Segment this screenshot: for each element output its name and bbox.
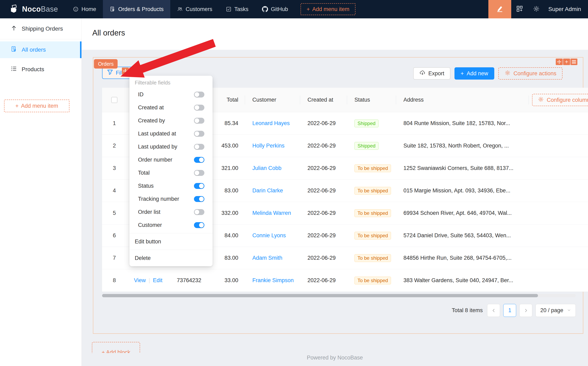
field-toggle-switch[interactable] [194, 105, 204, 111]
filterable-field-menu-item[interactable]: Order number [129, 153, 213, 166]
status-cell: To be shipped [347, 247, 396, 269]
menu-item-edit-button[interactable]: Edit button [129, 235, 213, 248]
user-menu[interactable]: Super Admin [548, 6, 581, 12]
nav-item-github[interactable]: GitHub [255, 0, 295, 18]
field-label: Created by [138, 117, 165, 124]
filterable-field-menu-item[interactable]: Status [129, 179, 213, 192]
menu-item-delete[interactable]: Delete [129, 252, 213, 265]
row-index-cell: 6 [102, 224, 127, 247]
edit-link[interactable]: Edit [153, 277, 162, 283]
row-index-cell: 2 [102, 135, 127, 157]
scrollbar-thumb[interactable] [102, 294, 538, 297]
nav-item-tasks[interactable]: Tasks [219, 0, 255, 18]
smile-icon [73, 6, 79, 12]
field-toggle-switch[interactable] [194, 209, 204, 215]
created-at-cell: 2022-06-29 [300, 135, 347, 157]
configure-cell [529, 202, 588, 224]
field-label: Status [138, 183, 154, 189]
sidebar-item-products[interactable]: Products [0, 61, 81, 78]
row-index-cell: 1 [102, 112, 127, 134]
created-at-header-cell: Created at [300, 88, 347, 112]
prev-page-button[interactable] [487, 304, 500, 317]
top-navbar: NocoBase Home Orders & Products Customer… [0, 0, 588, 18]
navbar-add-menu-item-button[interactable]: + Add menu item [301, 3, 356, 15]
field-toggle-switch[interactable] [194, 131, 204, 137]
github-icon [262, 6, 268, 12]
status-cell: To be shipped [347, 157, 396, 179]
field-toggle-switch[interactable] [194, 183, 204, 189]
status-badge: To be shipped [355, 187, 391, 195]
horizontal-scrollbar [102, 294, 576, 297]
row-index-cell: 8 [102, 269, 127, 291]
export-button[interactable]: Export [413, 67, 450, 80]
configure-actions-label: Configure actions [513, 70, 556, 77]
menu-icon [131, 69, 135, 73]
field-toggle-switch[interactable] [194, 92, 204, 98]
field-toggle-switch[interactable] [194, 196, 204, 202]
status-badge: To be shipped [355, 209, 391, 217]
sidebar-item-all-orders[interactable]: All orders [0, 41, 81, 58]
status-cell: To be shipped [347, 224, 396, 247]
nav-item-customers[interactable]: Customers [170, 0, 219, 18]
field-toggle-switch[interactable] [194, 118, 204, 124]
schema-initializer-menu-icon[interactable] [129, 68, 136, 75]
nav-item-home[interactable]: Home [66, 0, 103, 18]
field-toggle-switch[interactable] [194, 144, 204, 150]
field-label: Tracking number [138, 196, 179, 202]
configure-actions-button[interactable]: Configure actions [498, 67, 563, 80]
field-toggle-switch[interactable] [194, 170, 204, 176]
customer-link[interactable]: Darin Clarke [252, 188, 283, 194]
customer-link[interactable]: Melinda Warren [252, 210, 291, 216]
filterable-field-menu-item[interactable]: Created at [129, 101, 213, 114]
add-block-button[interactable]: + Add block [92, 342, 140, 353]
row-index-cell: 7 [102, 247, 127, 269]
customer-link[interactable]: Adam Smith [252, 255, 282, 261]
ui-editor-toggle-button[interactable] [488, 0, 511, 18]
filterable-field-menu-item[interactable]: Total [129, 166, 213, 179]
app-root: NocoBase Home Orders & Products Customer… [0, 0, 588, 366]
filterable-field-menu-item[interactable]: Created by [129, 114, 213, 127]
add-menu-item-label: Add menu item [312, 6, 349, 12]
list-icon [11, 66, 17, 73]
next-page-button[interactable] [519, 304, 532, 317]
add-new-button[interactable]: + Add new [455, 67, 494, 80]
page-size-select[interactable]: 20 / page [535, 304, 576, 317]
plus-icon: + [307, 6, 310, 12]
configure-cell [529, 224, 588, 247]
settings-button[interactable] [528, 5, 545, 13]
filterable-field-menu-item[interactable]: Last updated by [129, 140, 213, 153]
configure-columns-button[interactable]: Configure columns [532, 94, 588, 106]
page-1-button[interactable]: 1 [503, 304, 516, 317]
block-add-icon[interactable] [563, 59, 570, 65]
filterable-field-menu-item[interactable]: Tracking number [129, 192, 213, 206]
plugins-button[interactable] [511, 5, 528, 13]
nav-item-orders-products[interactable]: Orders & Products [103, 0, 170, 18]
status-cell: Shipped [347, 135, 396, 157]
customer-link[interactable]: Julian Cobb [252, 165, 282, 171]
view-link[interactable]: View [134, 277, 146, 283]
field-toggle-switch[interactable] [194, 222, 204, 228]
select-all-checkbox[interactable] [111, 97, 117, 103]
gear-icon [538, 96, 544, 104]
field-label: Last updated by [138, 144, 177, 150]
sidebar-item-shipping-orders[interactable]: Shipping Orders [0, 20, 81, 37]
field-label: Customer [138, 222, 162, 228]
block-drag-handle-icon[interactable] [556, 59, 563, 65]
drag-handle-icon[interactable] [122, 68, 129, 75]
filterable-field-menu-item[interactable]: Last updated at [129, 127, 213, 140]
customer-link[interactable]: Connie Lyons [252, 232, 286, 239]
configure-columns-label: Configure columns [547, 97, 588, 103]
nocobase-logo[interactable]: NocoBase [0, 4, 66, 14]
field-toggle-switch[interactable] [194, 157, 204, 163]
customer-link[interactable]: Frankie Simpson [252, 277, 294, 284]
filterable-field-menu-item[interactable]: Order list [129, 206, 213, 219]
sidebar-add-menu-item-button[interactable]: + Add menu item [4, 99, 70, 112]
sidebar-item-label: Shipping Orders [22, 25, 63, 32]
block-settings-menu-icon[interactable] [570, 59, 577, 65]
filterable-field-menu-item[interactable]: ID [129, 88, 213, 101]
nav-item-label: GitHub [271, 6, 288, 12]
customer-link[interactable]: Holly Perkins [252, 143, 285, 149]
row-actions-cell: View|Edit [127, 269, 170, 291]
filterable-field-menu-item[interactable]: Customer [129, 219, 213, 232]
customer-link[interactable]: Leonard Hayes [252, 120, 290, 127]
